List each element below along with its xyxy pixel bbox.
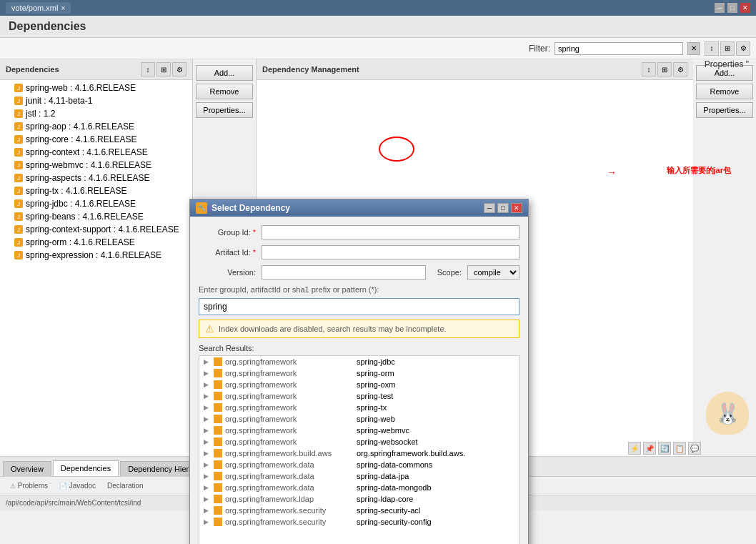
- sort-icon[interactable]: ↕: [705, 41, 719, 56]
- scope-select[interactable]: compile provided runtime test system: [467, 265, 519, 280]
- properties-button[interactable]: Properties...: [196, 102, 253, 118]
- group-id-input[interactable]: [262, 225, 519, 239]
- status-tab-problems[interactable]: ⚠ Problems: [6, 480, 52, 491]
- result-item[interactable]: ▶ org.springframework spring-oxm: [199, 379, 519, 390]
- toolbar-icon-2[interactable]: 📌: [643, 442, 656, 455]
- remove-button[interactable]: Remove: [196, 84, 253, 99]
- bottom-right-toolbar: ⚡ 📌 🔄 📋 💬: [627, 440, 702, 456]
- list-item[interactable]: Jspring-context-support : 4.1.6.RELEASE: [0, 223, 192, 236]
- toolbar-icon-5[interactable]: 💬: [688, 442, 701, 455]
- list-item[interactable]: Jspring-core : 4.1.6.RELEASE: [0, 133, 192, 146]
- list-item[interactable]: Jspring-jdbc : 4.1.6.RELEASE: [0, 197, 192, 210]
- list-item[interactable]: Jjstl : 1.2: [0, 107, 192, 120]
- expand-icon: ▶: [204, 370, 211, 377]
- toolbar-icon-4[interactable]: 📋: [673, 442, 686, 455]
- results-label: Search Results:: [199, 344, 519, 352]
- maximize-button[interactable]: □: [727, 3, 737, 13]
- result-item[interactable]: ▶ org.springframework.security spring-se…: [199, 505, 519, 516]
- config-mgmt-icon[interactable]: ⚙: [673, 62, 687, 76]
- group-id-required: *: [253, 228, 256, 237]
- modal-maximize-button[interactable]: □: [497, 203, 509, 213]
- modal-minimize-button[interactable]: ─: [484, 203, 495, 213]
- dep-icon: J: [14, 122, 23, 131]
- modal-controls: ─ □ ✕: [484, 203, 522, 213]
- result-artifact: spring-ldap-core: [357, 495, 413, 503]
- settings-icon[interactable]: ⚙: [736, 41, 750, 56]
- version-input[interactable]: [262, 265, 426, 280]
- list-item[interactable]: Jspring-context : 4.1.6.RELEASE: [0, 146, 192, 159]
- expand-icon: ▶: [204, 473, 211, 480]
- add-button[interactable]: Add...: [196, 65, 253, 81]
- left-panel-toolbar: ↕ ⊞ ⚙: [141, 62, 186, 76]
- title-tab[interactable]: vote/pom.xml ×: [6, 2, 71, 14]
- result-group: org.springframework: [225, 426, 354, 435]
- result-item[interactable]: ▶ org.springframework.data spring-data-m…: [199, 482, 519, 493]
- modal-close-button[interactable]: ✕: [511, 203, 522, 213]
- group-icon[interactable]: ⊞: [720, 41, 735, 56]
- filter-clear-button[interactable]: ✕: [687, 42, 700, 55]
- filter-bar: Filter: ✕ ↕ ⊞ ⚙: [0, 38, 756, 59]
- left-panel-header: Dependencies ↕ ⊞ ⚙: [0, 59, 192, 80]
- dep-icon: J: [14, 199, 23, 208]
- tab-dependencies[interactable]: Dependencies: [53, 460, 119, 476]
- result-item[interactable]: ▶ org.springframework spring-web: [199, 413, 519, 425]
- search-input[interactable]: [199, 298, 519, 315]
- result-item[interactable]: ▶ org.springframework.data spring-data-c…: [199, 459, 519, 470]
- dep-icon: J: [14, 187, 23, 195]
- toolbar-icon-3[interactable]: 🔄: [658, 442, 671, 455]
- list-item[interactable]: Jspring-beans : 4.1.6.RELEASE: [0, 210, 192, 223]
- annotation-text: 输入所需要的jar包: [667, 165, 731, 176]
- result-group: org.springframework: [225, 357, 354, 366]
- artifact-id-input[interactable]: [262, 245, 519, 259]
- filter-input[interactable]: [554, 42, 683, 55]
- package-icon: [214, 415, 222, 423]
- list-item[interactable]: Jspring-webmvc : 4.1.6.RELEASE: [0, 159, 192, 172]
- expand-mgmt-icon[interactable]: ⊞: [657, 62, 672, 76]
- dep-label: spring-webmvc : 4.1.6.RELEASE: [26, 160, 151, 170]
- package-icon: [214, 495, 222, 503]
- result-item[interactable]: ▶ org.springframework spring-jdbc: [199, 356, 519, 367]
- right-remove-button[interactable]: Remove: [696, 84, 753, 99]
- result-item[interactable]: ▶ org.springframework spring-test: [199, 390, 519, 402]
- expand-deps-icon[interactable]: ⊞: [156, 62, 171, 76]
- result-item[interactable]: ▶ org.springframework.ldap spring-ldap-c…: [199, 493, 519, 505]
- result-item[interactable]: ▶ org.springframework spring-tx: [199, 402, 519, 413]
- result-item[interactable]: ▶ org.springframework spring-webmvc: [199, 425, 519, 436]
- package-icon: [214, 357, 222, 366]
- toolbar-icon-1[interactable]: ⚡: [628, 442, 641, 455]
- expand-icon: ▶: [204, 392, 211, 400]
- expand-icon: ▶: [204, 495, 211, 503]
- right-properties-button[interactable]: Properties...: [696, 102, 753, 118]
- status-tab-declaration[interactable]: Declaration: [103, 480, 148, 491]
- right-panel-title: Dependency Management: [262, 65, 359, 74]
- result-item[interactable]: ▶ org.springframework spring-websocket: [199, 436, 519, 447]
- status-tab-javadoc[interactable]: 📄 Javadoc: [55, 480, 100, 491]
- list-item[interactable]: Jspring-orm : 4.1.6.RELEASE: [0, 236, 192, 249]
- version-label: Version:: [199, 268, 256, 277]
- sort-mgmt-icon[interactable]: ↕: [642, 62, 656, 76]
- expand-icon: ▶: [204, 518, 211, 525]
- config-deps-icon[interactable]: ⚙: [172, 62, 186, 76]
- tab-close-icon[interactable]: ×: [61, 4, 65, 12]
- list-item[interactable]: Jspring-web : 4.1.6.RELEASE: [0, 81, 192, 94]
- list-item[interactable]: Jspring-expression : 4.1.6.RELEASE: [0, 249, 192, 262]
- sort-deps-icon[interactable]: ↕: [141, 62, 155, 76]
- list-item[interactable]: Jjunit : 4.11-beta-1: [0, 94, 192, 107]
- close-button[interactable]: ✕: [740, 3, 750, 13]
- list-item[interactable]: Jspring-aspects : 4.1.6.RELEASE: [0, 172, 192, 184]
- result-item[interactable]: ▶ org.springframework.security spring-se…: [199, 516, 519, 528]
- result-item[interactable]: ▶ org.springframework.data spring-data-j…: [199, 470, 519, 482]
- result-item[interactable]: ▶ org.springframework.build.aws org.spri…: [199, 447, 519, 459]
- tab-overview[interactable]: Overview: [3, 461, 51, 476]
- result-group: org.springframework.data: [225, 483, 354, 492]
- result-group: org.springframework: [225, 380, 354, 389]
- dep-label: spring-web : 4.1.6.RELEASE: [26, 83, 136, 93]
- list-item[interactable]: Jspring-aop : 4.1.6.RELEASE: [0, 120, 192, 133]
- title-bar: vote/pom.xml × ─ □ ✕: [0, 0, 756, 16]
- list-item[interactable]: Jspring-tx : 4.1.6.RELEASE: [0, 184, 192, 197]
- result-item[interactable]: ▶ org.springframework spring-orm: [199, 367, 519, 379]
- version-scope-row: Version: Scope: compile provided runtime…: [199, 265, 519, 280]
- expand-icon: ▶: [204, 358, 211, 365]
- result-group: org.springframework: [225, 369, 354, 377]
- minimize-button[interactable]: ─: [715, 3, 725, 13]
